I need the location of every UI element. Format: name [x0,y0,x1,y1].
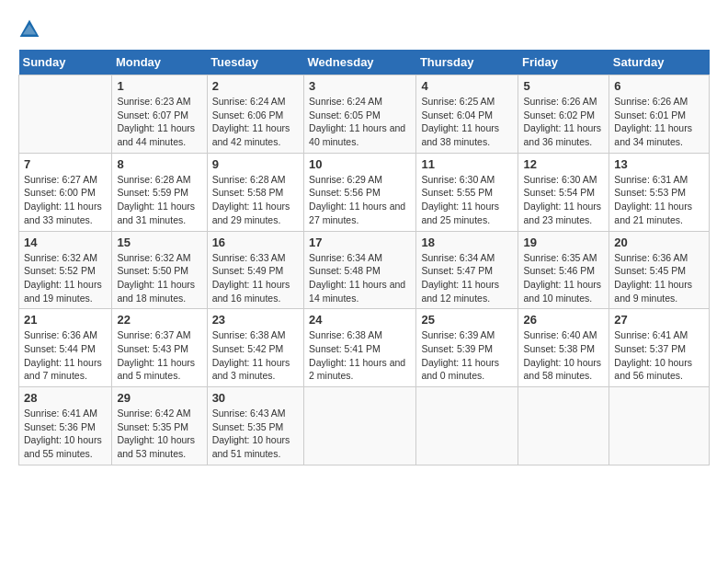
day-number: 3 [309,79,411,93]
calendar-cell: 3Sunrise: 6:24 AM Sunset: 6:05 PM Daylig… [304,75,416,154]
calendar-cell: 4Sunrise: 6:25 AM Sunset: 6:04 PM Daylig… [416,75,518,154]
day-number: 21 [24,313,107,327]
calendar-cell: 23Sunrise: 6:38 AM Sunset: 5:42 PM Dayli… [207,309,303,387]
day-number: 18 [421,236,513,249]
day-number: 22 [117,313,201,327]
day-number: 11 [421,157,513,171]
day-info: Sunrise: 6:39 AM Sunset: 5:39 PM Dayligh… [421,328,513,383]
day-number: 28 [24,391,107,405]
day-info: Sunrise: 6:24 AM Sunset: 6:06 PM Dayligh… [212,95,299,149]
calendar-cell: 10Sunrise: 6:29 AM Sunset: 5:56 PM Dayli… [304,153,416,231]
calendar-cell: 26Sunrise: 6:40 AM Sunset: 5:38 PM Dayli… [518,309,609,387]
header [18,18,710,40]
day-info: Sunrise: 6:34 AM Sunset: 5:47 PM Dayligh… [421,251,513,305]
calendar-cell: 15Sunrise: 6:32 AM Sunset: 5:50 PM Dayli… [112,231,207,309]
calendar-cell: 8Sunrise: 6:28 AM Sunset: 5:59 PM Daylig… [112,153,207,231]
day-info: Sunrise: 6:42 AM Sunset: 5:35 PM Dayligh… [117,407,201,461]
calendar-cell: 22Sunrise: 6:37 AM Sunset: 5:43 PM Dayli… [112,309,207,387]
calendar-cell: 16Sunrise: 6:33 AM Sunset: 5:49 PM Dayli… [207,231,303,309]
day-number: 2 [212,79,299,93]
calendar-cell: 28Sunrise: 6:41 AM Sunset: 5:36 PM Dayli… [19,387,112,465]
weekday-header-saturday: Saturday [609,50,710,75]
weekday-header-row: SundayMondayTuesdayWednesdayThursdayFrid… [19,50,710,75]
day-info: Sunrise: 6:24 AM Sunset: 6:05 PM Dayligh… [309,95,411,149]
calendar-cell: 19Sunrise: 6:35 AM Sunset: 5:46 PM Dayli… [518,231,609,309]
day-number: 4 [421,79,513,93]
weekday-header-tuesday: Tuesday [207,50,303,75]
calendar-cell: 17Sunrise: 6:34 AM Sunset: 5:48 PM Dayli… [304,231,416,309]
day-info: Sunrise: 6:38 AM Sunset: 5:42 PM Dayligh… [212,328,299,383]
calendar-cell [19,75,112,154]
calendar-cell: 2Sunrise: 6:24 AM Sunset: 6:06 PM Daylig… [207,75,303,154]
calendar-cell: 1Sunrise: 6:23 AM Sunset: 6:07 PM Daylig… [112,75,207,154]
calendar-cell: 11Sunrise: 6:30 AM Sunset: 5:55 PM Dayli… [416,153,518,231]
day-number: 1 [117,79,201,93]
calendar-cell: 13Sunrise: 6:31 AM Sunset: 5:53 PM Dayli… [609,153,710,231]
weekday-header-wednesday: Wednesday [304,50,416,75]
day-info: Sunrise: 6:34 AM Sunset: 5:48 PM Dayligh… [309,251,411,305]
day-info: Sunrise: 6:41 AM Sunset: 5:37 PM Dayligh… [614,328,704,383]
day-info: Sunrise: 6:30 AM Sunset: 5:54 PM Dayligh… [523,173,604,227]
day-info: Sunrise: 6:31 AM Sunset: 5:53 PM Dayligh… [614,173,704,227]
day-number: 19 [523,236,604,249]
day-number: 12 [523,157,604,171]
day-info: Sunrise: 6:23 AM Sunset: 6:07 PM Dayligh… [117,95,201,149]
day-info: Sunrise: 6:28 AM Sunset: 5:59 PM Dayligh… [117,173,201,227]
day-info: Sunrise: 6:27 AM Sunset: 6:00 PM Dayligh… [24,173,107,227]
calendar-cell: 14Sunrise: 6:32 AM Sunset: 5:52 PM Dayli… [19,231,112,309]
day-number: 29 [117,391,201,405]
logo-icon [18,18,40,40]
day-number: 24 [309,313,411,327]
calendar-cell [609,387,710,465]
day-info: Sunrise: 6:25 AM Sunset: 6:04 PM Dayligh… [421,95,513,149]
day-info: Sunrise: 6:43 AM Sunset: 5:35 PM Dayligh… [212,407,299,461]
day-number: 27 [614,313,704,327]
calendar-week-row: 28Sunrise: 6:41 AM Sunset: 5:36 PM Dayli… [19,387,710,465]
day-number: 13 [614,157,704,171]
day-number: 7 [24,157,107,171]
day-number: 26 [523,313,604,327]
day-info: Sunrise: 6:36 AM Sunset: 5:45 PM Dayligh… [614,251,704,305]
logo [18,18,44,40]
day-number: 17 [309,236,411,249]
calendar-cell: 18Sunrise: 6:34 AM Sunset: 5:47 PM Dayli… [416,231,518,309]
calendar-cell: 6Sunrise: 6:26 AM Sunset: 6:01 PM Daylig… [609,75,710,154]
calendar-cell: 7Sunrise: 6:27 AM Sunset: 6:00 PM Daylig… [19,153,112,231]
day-info: Sunrise: 6:38 AM Sunset: 5:41 PM Dayligh… [309,328,411,383]
calendar-cell: 29Sunrise: 6:42 AM Sunset: 5:35 PM Dayli… [112,387,207,465]
day-info: Sunrise: 6:28 AM Sunset: 5:58 PM Dayligh… [212,173,299,227]
day-number: 14 [24,236,107,249]
day-number: 10 [309,157,411,171]
day-number: 6 [614,79,704,93]
day-info: Sunrise: 6:36 AM Sunset: 5:44 PM Dayligh… [24,328,107,383]
calendar-cell: 9Sunrise: 6:28 AM Sunset: 5:58 PM Daylig… [207,153,303,231]
day-number: 16 [212,236,299,249]
day-number: 5 [523,79,604,93]
calendar-week-row: 14Sunrise: 6:32 AM Sunset: 5:52 PM Dayli… [19,231,710,309]
calendar-cell [416,387,518,465]
day-info: Sunrise: 6:26 AM Sunset: 6:02 PM Dayligh… [523,95,604,149]
calendar-cell [304,387,416,465]
day-number: 23 [212,313,299,327]
day-info: Sunrise: 6:37 AM Sunset: 5:43 PM Dayligh… [117,328,201,383]
calendar-cell: 5Sunrise: 6:26 AM Sunset: 6:02 PM Daylig… [518,75,609,154]
calendar-cell: 25Sunrise: 6:39 AM Sunset: 5:39 PM Dayli… [416,309,518,387]
day-info: Sunrise: 6:32 AM Sunset: 5:50 PM Dayligh… [117,251,201,305]
calendar-cell: 27Sunrise: 6:41 AM Sunset: 5:37 PM Dayli… [609,309,710,387]
calendar-cell: 21Sunrise: 6:36 AM Sunset: 5:44 PM Dayli… [19,309,112,387]
weekday-header-monday: Monday [112,50,207,75]
day-number: 8 [117,157,201,171]
day-info: Sunrise: 6:35 AM Sunset: 5:46 PM Dayligh… [523,251,604,305]
day-info: Sunrise: 6:41 AM Sunset: 5:36 PM Dayligh… [24,407,107,461]
weekday-header-sunday: Sunday [19,50,112,75]
calendar-cell [518,387,609,465]
calendar-cell: 24Sunrise: 6:38 AM Sunset: 5:41 PM Dayli… [304,309,416,387]
calendar-cell: 20Sunrise: 6:36 AM Sunset: 5:45 PM Dayli… [609,231,710,309]
day-number: 20 [614,236,704,249]
day-number: 15 [117,236,201,249]
day-info: Sunrise: 6:29 AM Sunset: 5:56 PM Dayligh… [309,173,411,227]
weekday-header-thursday: Thursday [416,50,518,75]
day-number: 9 [212,157,299,171]
day-info: Sunrise: 6:40 AM Sunset: 5:38 PM Dayligh… [523,328,604,383]
day-number: 30 [212,391,299,405]
